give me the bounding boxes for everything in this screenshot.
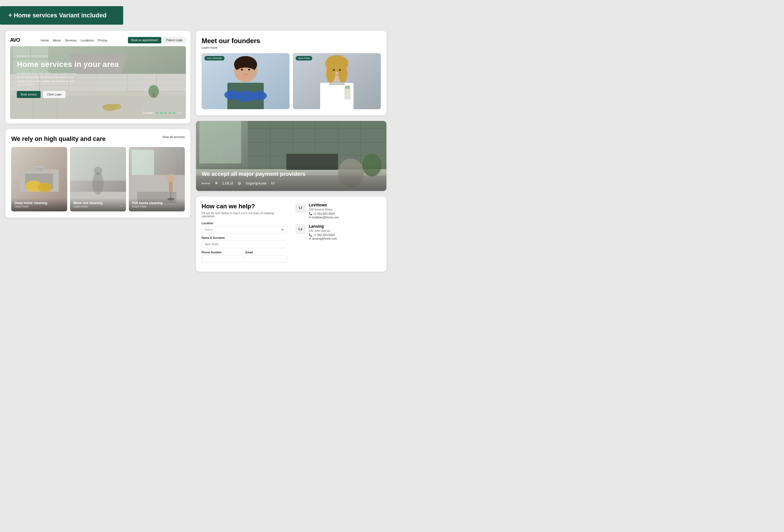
services-grid: Deep home cleaning Learn more <box>11 147 185 212</box>
hero-content: Welcome to Home Services Home services i… <box>17 55 179 98</box>
svg-point-31 <box>94 167 102 175</box>
view-all-services-link[interactable]: View all services <box>162 135 185 139</box>
svg-rect-37 <box>169 182 173 192</box>
payment-title: We accept all major payment providers <box>202 170 381 177</box>
services-title: We rely on high quality and care <box>11 135 106 142</box>
rating-stars: ★ ★ ★ ★ ★ <box>156 111 176 115</box>
service-arrow-move: → <box>119 203 123 208</box>
svg-rect-4 <box>10 94 186 119</box>
nav-link-about[interactable]: About <box>53 39 61 42</box>
contact-card: How can we help? Fill out the form below… <box>196 197 386 272</box>
location-select[interactable]: Select... <box>202 226 287 233</box>
office-details-levittown: Levittown 308 Geneva Street 📞 +1 562-663… <box>309 203 339 220</box>
payment-logo-2: ✳ <box>215 181 218 185</box>
rating-label: Excellent <box>142 111 154 114</box>
svg-rect-58 <box>345 86 350 89</box>
preview-nav: AVO Home About Services Locations Pricin… <box>10 35 186 46</box>
preview-logo: AVO <box>10 37 20 43</box>
service-info-deep-cleaning: Deep home cleaning Learn more <box>11 198 67 212</box>
email-label: Email <box>246 251 287 254</box>
founders-learn-more-link[interactable]: Learn more <box>202 46 381 49</box>
client-login-button[interactable]: Client Login <box>43 91 65 98</box>
star-4: ★ <box>168 111 172 115</box>
office-phone-lansing: 📞 +1 562-663-6564 <box>309 233 337 236</box>
nav-link-services[interactable]: Services <box>65 39 77 42</box>
svg-point-49 <box>248 69 250 71</box>
phone-input[interactable] <box>202 255 243 263</box>
founders-title: Meet our founders <box>202 37 381 45</box>
service-title-move: Move out cleaning <box>73 201 123 205</box>
phone-icon-lansing: 📞 <box>309 233 312 236</box>
email-input[interactable] <box>246 255 287 263</box>
founder-badge-jane: Jane Potts <box>296 56 312 60</box>
hero-section: Welcome to Home Services Home services i… <box>10 46 186 119</box>
left-column: AVO Home About Services Locations Pricin… <box>6 31 190 272</box>
office-email-lansing: ✉ lansing@home.com <box>309 237 337 240</box>
phone-icon-levittown: 📞 <box>309 212 312 215</box>
offices-section: Lt Levittown 308 Geneva Street 📞 +1 562-… <box>296 203 381 265</box>
service-card-move-out[interactable]: Move out cleaning Learn more → <box>70 147 126 212</box>
service-link-deep[interactable]: Learn more <box>15 205 64 208</box>
founders-grid: Amy Schooler <box>202 53 381 109</box>
phone-email-row: Phone Number Email <box>202 251 287 265</box>
svg-rect-34 <box>132 150 154 175</box>
services-section: We rely on high quality and care View al… <box>6 129 190 218</box>
office-details-lansing: Lansing 342 John Avenue 📞 +1 562-663-656… <box>309 224 337 241</box>
nav-link-pricing[interactable]: Pricing <box>98 39 107 42</box>
office-phone-levittown: 📞 +1 562-663-6564 <box>309 212 339 215</box>
name-label: Name & Surname <box>202 236 287 240</box>
svg-rect-26 <box>35 166 44 167</box>
service-title-full: Full home cleaning <box>132 201 181 205</box>
payment-logo-5: logoipsum <box>246 181 267 185</box>
hero-welcome-text: Welcome to Home Services <box>17 55 179 57</box>
contact-form-section: How can we help? Fill out the form below… <box>202 203 287 265</box>
payment-logo-6: /// <box>271 181 275 185</box>
phone-label: Phone Number <box>202 251 243 254</box>
name-input[interactable] <box>202 241 287 248</box>
office-city-levittown: Levittown <box>309 203 339 207</box>
svg-point-47 <box>235 91 256 102</box>
location-form-group: Location Select... <box>202 222 287 233</box>
founders-card: Meet our founders Learn more <box>196 31 386 115</box>
svg-point-48 <box>241 69 243 71</box>
office-email-levittown: ✉ levittown@home.com <box>309 216 339 219</box>
founder-card-jane: Jane Potts <box>293 53 381 109</box>
office-icon-lansing: Ls <box>296 224 306 234</box>
svg-point-54 <box>338 64 347 83</box>
founder-card-amy: Amy Schooler <box>202 53 289 109</box>
payment-logo-1: ∞∞∞ <box>202 181 210 185</box>
svg-point-36 <box>167 174 175 182</box>
services-header: We rely on high quality and care View al… <box>11 135 185 142</box>
service-link-full[interactable]: Learn more <box>132 205 181 208</box>
email-icon-levittown: ✉ <box>309 216 311 219</box>
hero-description: At Home Services, your comfort and a spo… <box>17 72 78 87</box>
nav-link-home[interactable]: Home <box>40 39 49 42</box>
svg-point-43 <box>236 67 255 77</box>
service-card-full-cleaning[interactable]: Full home cleaning Learn more <box>129 147 185 212</box>
payment-logo-4: ◎ <box>238 181 241 185</box>
office-lansing: Ls Lansing 342 John Avenue 📞 +1 562-663-… <box>296 224 381 241</box>
nav-link-locations[interactable]: Locations <box>81 39 94 42</box>
office-address-levittown: 308 Geneva Street <box>309 208 339 211</box>
preview-nav-links: Home About Services Locations Pricing <box>40 39 107 42</box>
book-service-button[interactable]: Book service <box>17 91 40 98</box>
service-card-deep-cleaning[interactable]: Deep home cleaning Learn more <box>11 147 67 212</box>
svg-rect-57 <box>344 87 351 100</box>
payment-logo-3: LULU <box>223 181 233 185</box>
variant-banner: + Home services Variant included <box>0 6 123 25</box>
star-2: ★ <box>160 111 163 115</box>
office-icon-levittown: Lt <box>296 203 306 213</box>
payment-logos: ∞∞∞ ✳ LULU ◎ logoipsum /// <box>202 181 381 185</box>
website-preview-card: AVO Home About Services Locations Pricin… <box>6 31 190 123</box>
founder-img-amy <box>202 53 289 109</box>
rating-score: 4.9 <box>177 111 181 114</box>
book-appointment-button[interactable]: Book an appointment <box>128 37 161 44</box>
service-info-full: Full home cleaning Learn more <box>129 198 185 212</box>
office-city-lansing: Lansing <box>309 224 337 228</box>
service-link-move[interactable]: Learn more <box>73 205 123 208</box>
name-form-group: Name & Surname <box>202 236 287 248</box>
patient-login-button[interactable]: Patient Login <box>163 37 186 44</box>
svg-rect-56 <box>329 83 344 85</box>
office-address-lansing: 342 John Avenue <box>309 229 337 232</box>
location-label: Location <box>202 222 287 225</box>
